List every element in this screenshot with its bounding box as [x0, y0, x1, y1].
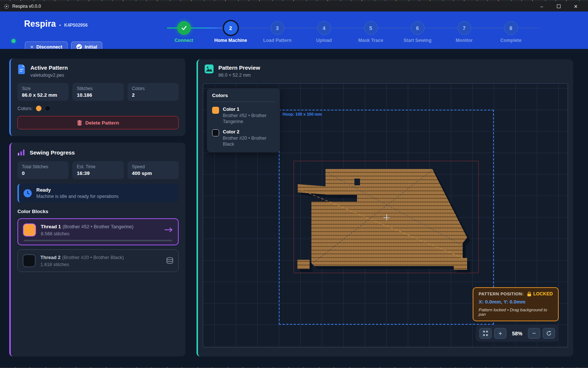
thread-1-swatch — [23, 223, 36, 236]
stat-colors: Colors 2 — [128, 83, 179, 101]
zoom-in-button[interactable]: + — [494, 328, 506, 339]
stat-stitches: Stitches 10.186 — [72, 83, 123, 101]
status-message: Machine is idle and ready for operations — [36, 194, 119, 199]
refresh-icon — [546, 331, 552, 336]
compress-icon — [483, 331, 488, 336]
thread-name: Thread 1 — [41, 224, 61, 229]
active-pattern-card: Active Pattern valetudogv2.pes Size 86.0… — [9, 59, 185, 136]
titlebar: Respira v0.0.0 – ✕ — [0, 1, 588, 11]
legend-color-detail: Brother #20 • Brother Black — [223, 136, 275, 147]
delete-pattern-button[interactable]: Delete Pattern — [17, 116, 179, 129]
locked-badge: LOCKED — [533, 291, 553, 296]
step-check-icon — [177, 21, 191, 35]
stat-label: Stitches — [77, 86, 119, 91]
zoom-controls: + 58% − — [476, 325, 559, 342]
step-mask-trace[interactable]: 5 Mask Trace — [347, 21, 394, 43]
thread-progress-bar — [24, 240, 172, 241]
lock-icon — [527, 292, 531, 296]
step-label: Monitor — [456, 38, 473, 43]
pattern-preview-card: Pattern Preview 86.0 × 52.2 mm Hoop: 100… — [196, 59, 573, 357]
thread-stitch-count: 8.568 stitches — [41, 231, 133, 236]
window-title: Respira v0.0.0 — [12, 4, 41, 9]
trash-icon — [77, 120, 82, 126]
step-number: 5 — [364, 21, 378, 35]
stat-value: 10.186 — [77, 92, 119, 98]
active-pattern-title: Active Pattern — [30, 64, 68, 71]
zoom-level: 58% — [509, 331, 525, 336]
main-content: Active Pattern valetudogv2.pes Size 86.0… — [0, 49, 588, 368]
thread-row-2[interactable]: Thread 2 (Brother #20 • Brother Black) 1… — [17, 249, 179, 272]
color-swatch-black — [45, 106, 50, 111]
step-start-sewing[interactable]: 6 Start Sewing — [394, 21, 441, 43]
reset-view-button[interactable] — [543, 328, 555, 339]
serial-bullet: • — [59, 23, 61, 28]
step-label: Load Pattern — [263, 38, 291, 43]
stat-value: 16:39 — [77, 170, 119, 176]
stat-size: Size 86.0 x 52.2 mm — [17, 83, 69, 101]
sewing-progress-card: Sewing Progress Total Stitches 0 Est. Ti… — [9, 143, 185, 357]
position-coordinates: X: 0.0mm, Y: 0.0mm — [479, 299, 553, 305]
step-label: Upload — [316, 38, 332, 43]
stack-icon — [166, 257, 174, 264]
step-label: Home Machine — [214, 38, 247, 43]
status-title: Ready — [36, 187, 119, 193]
stat-label: Size — [22, 86, 64, 91]
thread-row-1[interactable]: Thread 1 (Brother #52 • Brother Tangerin… — [17, 218, 179, 245]
step-number: 2 — [224, 21, 238, 35]
stat-est-time: Est. Time 16:39 — [72, 161, 123, 179]
step-label: Mask Trace — [358, 38, 383, 43]
pattern-filename: valetudogv2.pes — [30, 73, 68, 78]
stat-label: Speed — [132, 164, 174, 169]
step-load-pattern[interactable]: 3 Load Pattern — [254, 21, 301, 43]
legend-item-color2: Color 2 Brother #20 • Brother Black — [212, 129, 275, 147]
stat-value: 400 spm — [132, 170, 174, 176]
stat-label: Colors — [132, 86, 174, 91]
color-blocks-heading: Color Blocks — [17, 209, 179, 214]
step-label: Start Sewing — [403, 38, 432, 43]
step-complete[interactable]: 8 Complete — [488, 21, 534, 43]
colors-legend-panel: Colors Color 1 Brother #52 • Brother Tan… — [207, 88, 280, 152]
step-number: 4 — [317, 21, 331, 35]
machine-serial: K4P502956 — [64, 23, 87, 28]
legend-color-name: Color 2 — [223, 129, 275, 135]
app-icon — [4, 4, 9, 9]
close-icon: ✕ — [574, 4, 578, 9]
minimize-icon: – — [540, 4, 543, 9]
delete-pattern-label: Delete Pattern — [85, 120, 119, 126]
legend-swatch-black — [212, 129, 219, 136]
color-swatch-orange — [36, 106, 42, 111]
thread-stitch-count: 1.618 stitches — [40, 262, 124, 267]
thread-name: Thread 2 — [40, 255, 60, 260]
bar-chart-icon — [17, 149, 25, 156]
preview-canvas[interactable]: Hoop: 100 x 100 mm — [203, 83, 568, 348]
hoop-center-crosshair — [383, 214, 390, 221]
step-label: Complete — [501, 38, 522, 43]
position-hint: Pattern locked • Drag background to pan — [479, 308, 553, 316]
step-upload[interactable]: 4 Upload — [301, 21, 347, 43]
maximize-icon — [557, 4, 561, 8]
file-icon — [17, 64, 26, 74]
plus-icon: + — [499, 330, 502, 337]
arrow-right-icon — [164, 227, 173, 232]
step-connect[interactable]: Connect — [161, 21, 207, 43]
stat-value: 86.0 x 52.2 mm — [22, 92, 64, 98]
fit-view-button[interactable] — [479, 328, 492, 339]
legend-swatch-orange — [212, 107, 219, 114]
legend-color-name: Color 1 — [223, 106, 271, 112]
app-header: Respira • K4P502956 ✕ Disconnect Initial… — [0, 11, 588, 49]
maximize-button[interactable] — [550, 1, 567, 11]
thread-detail: (Brother #20 • Brother Black) — [62, 255, 124, 260]
minimize-button[interactable]: – — [533, 1, 550, 11]
legend-color-detail: Brother #52 • Brother Tangerine — [223, 113, 271, 125]
machine-status-box: Ready Machine is idle and ready for oper… — [17, 184, 179, 202]
zoom-out-button[interactable]: − — [528, 328, 540, 339]
stat-label: Total Stitches — [22, 164, 64, 169]
pattern-dimensions: 86.0 × 52.2 mm — [218, 73, 260, 78]
step-number: 7 — [457, 21, 471, 35]
step-home-machine[interactable]: 2 Home Machine — [207, 21, 254, 43]
step-monitor[interactable]: 7 Monitor — [441, 21, 488, 43]
colors-label: Colors: — [17, 106, 33, 111]
thread-detail: (Brother #52 • Brother Tangerine) — [63, 224, 133, 229]
close-button[interactable]: ✕ — [567, 1, 584, 11]
position-label: PATTERN POSITION: — [479, 292, 523, 296]
